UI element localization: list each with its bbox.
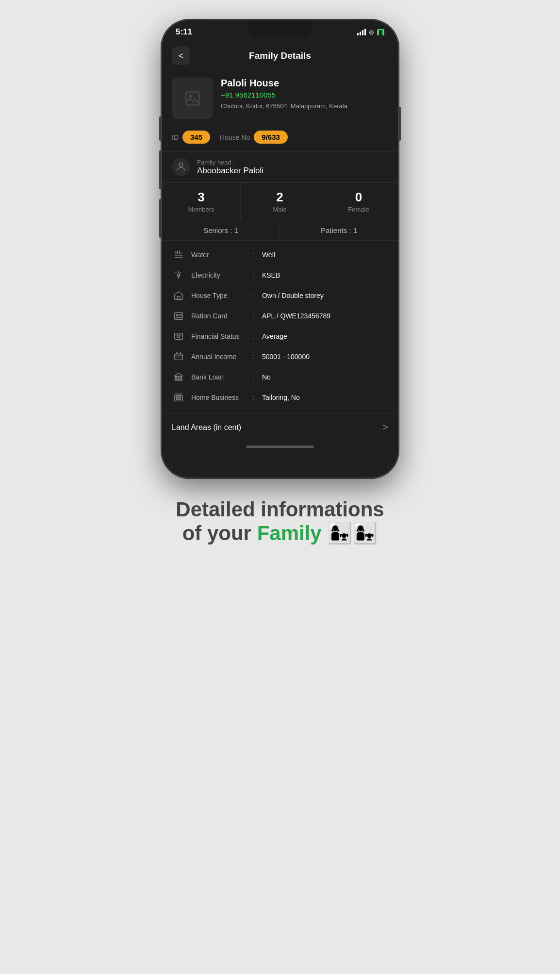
svg-point-18 — [179, 163, 182, 166]
bank-loan-row: Bank Loan : No — [162, 367, 398, 387]
svg-rect-16 — [186, 92, 199, 105]
electricity-icon — [172, 270, 185, 281]
seniors-item: Seniors : 1 — [162, 220, 280, 240]
family-head-text: Family head : Aboobacker Paloli — [197, 159, 264, 176]
financial-value: Average — [262, 332, 388, 340]
svg-rect-39 — [179, 398, 181, 400]
electricity-key: Electricity — [191, 271, 245, 279]
image-placeholder-icon — [184, 90, 201, 107]
svg-rect-35 — [175, 395, 183, 401]
phone-frame: 5:11 ⊜ ▓ < Family Details — [161, 19, 399, 479]
svg-rect-32 — [181, 376, 182, 379]
female-stat: 0 Female — [319, 183, 398, 220]
financial-status-row: Financial Status : Average — [162, 326, 398, 347]
ration-value: APL / QWE123456789 — [262, 312, 388, 320]
profile-section: Paloli House +91 9562110055 Choloor, Kod… — [162, 73, 398, 127]
svg-rect-31 — [178, 376, 179, 379]
power-button — [399, 107, 401, 141]
back-button[interactable]: < — [172, 47, 190, 65]
profile-image — [172, 78, 213, 119]
members-label: Members — [188, 206, 214, 213]
ration-colon: : — [252, 312, 254, 320]
svg-point-22 — [176, 314, 178, 316]
female-label: Female — [348, 206, 369, 213]
svg-rect-20 — [177, 297, 180, 299]
home-indicator — [162, 441, 398, 457]
id-section: ID 345 House No 9/633 — [162, 127, 398, 151]
seniors-patients-row: Seniors : 1 Patients : 1 — [162, 220, 398, 241]
battery-icon: ▓ — [377, 29, 384, 35]
house-type-key: House Type — [191, 292, 245, 299]
annual-income-row: Annual Income : 50001 - 100000 — [162, 347, 398, 367]
house-type-colon: : — [252, 292, 254, 299]
house-type-icon — [172, 290, 185, 301]
family-head-section: Family head : Aboobacker Paloli — [162, 151, 398, 182]
family-head-label: Family head : — [197, 159, 264, 166]
home-business-key: Home Business — [191, 394, 245, 401]
family-head-icon — [172, 158, 190, 176]
water-value: Well — [262, 251, 388, 259]
members-stat: 3 Members — [162, 183, 241, 220]
chevron-right-icon: > — [382, 422, 388, 433]
ration-card-row: Ration Card : APL / QWE123456789 — [162, 306, 398, 326]
home-bar — [246, 446, 314, 448]
income-colon: : — [252, 353, 254, 361]
family-head-name: Aboobacker Paloli — [197, 166, 264, 176]
stats-row: 3 Members 2 Male 0 Female — [162, 182, 398, 220]
income-value: 50001 - 100000 — [262, 353, 388, 361]
water-colon: : — [252, 251, 254, 259]
id-item: ID 345 — [172, 131, 210, 144]
patients-item: Patients : 1 — [280, 220, 398, 240]
svg-rect-37 — [179, 395, 181, 397]
ration-icon — [172, 311, 185, 321]
electricity-value: KSEB — [262, 271, 388, 279]
wifi-icon: ⊜ — [369, 29, 374, 36]
income-icon — [172, 351, 185, 362]
app-content: < Family Details Paloli House +91 956211… — [162, 41, 398, 478]
bottom-family-word: Family — [257, 522, 322, 545]
male-label: Male — [273, 206, 286, 213]
profile-info: Paloli House +91 9562110055 Choloor, Kod… — [221, 78, 388, 111]
family-address: Choloor, Kodur, 676504, Malappuram, Kera… — [221, 102, 388, 111]
financial-key: Financial Status — [191, 332, 245, 340]
business-icon — [172, 392, 185, 403]
house-no-label: House No — [220, 133, 250, 141]
svg-rect-30 — [176, 376, 177, 379]
seniors-label: Seniors : 1 — [203, 226, 238, 234]
bottom-family-emoji: 👩‍👧👩‍👧 — [327, 522, 378, 545]
bottom-line2-prefix: of your — [182, 522, 257, 545]
details-section: Water : Well Electricity : KS — [162, 241, 398, 412]
bank-loan-key: Bank Loan — [191, 373, 245, 381]
back-icon: < — [179, 51, 184, 61]
electricity-colon: : — [252, 271, 254, 279]
bank-loan-value: No — [262, 373, 388, 381]
members-count: 3 — [198, 190, 204, 205]
phone-wrapper: 5:11 ⊜ ▓ < Family Details — [161, 19, 399, 479]
financial-colon: : — [252, 332, 254, 340]
house-type-value: Own / Double storey — [262, 292, 388, 299]
svg-point-17 — [189, 95, 192, 98]
svg-rect-26 — [175, 333, 183, 340]
patients-label: Patients : 1 — [321, 226, 357, 234]
house-type-row: House Type : Own / Double storey — [162, 285, 398, 306]
financial-icon — [172, 331, 185, 342]
bottom-text: Detailed informations of your Family 👩‍👧… — [176, 498, 384, 545]
land-areas-row[interactable]: Land Areas (in cent) > — [162, 413, 398, 441]
water-icon — [172, 249, 185, 260]
electricity-row: Electricity : KSEB — [162, 265, 398, 285]
page-title: Family Details — [190, 50, 370, 61]
home-business-row: Home Business : Tailoring, No — [162, 387, 398, 408]
home-business-value: Tailoring, No — [262, 394, 388, 401]
water-row: Water : Well — [162, 245, 398, 265]
family-name: Paloli House — [221, 78, 388, 89]
svg-rect-38 — [176, 398, 178, 400]
home-business-colon: : — [252, 394, 254, 401]
land-areas-label: Land Areas (in cent) — [172, 423, 241, 432]
water-key: Water — [191, 251, 245, 259]
income-key: Annual Income — [191, 353, 245, 361]
id-label: ID — [172, 133, 179, 141]
status-time: 5:11 — [176, 27, 192, 37]
house-no-badge: 9/633 — [254, 131, 288, 144]
family-phone: +91 9562110055 — [221, 91, 388, 99]
male-count: 2 — [276, 190, 283, 205]
